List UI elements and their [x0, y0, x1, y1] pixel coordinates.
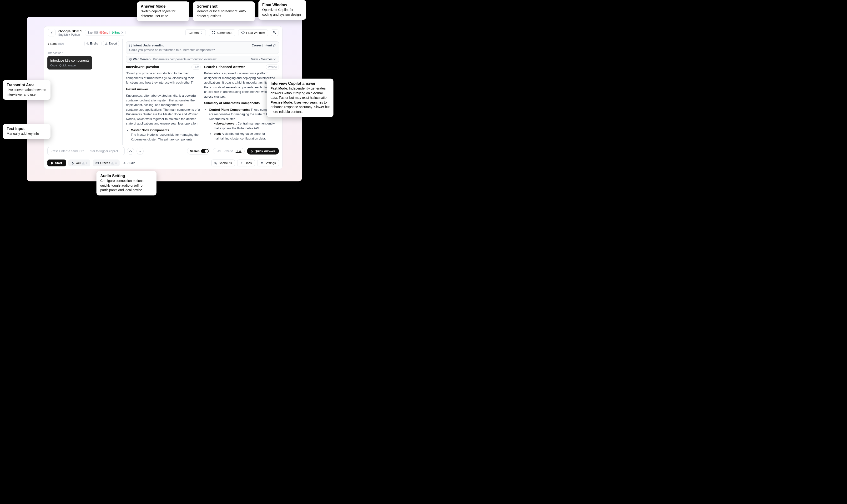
- sub2-label: etcd:: [214, 132, 221, 136]
- code-icon: [241, 31, 245, 34]
- language-label: English: [90, 42, 99, 45]
- sparkle-icon: [240, 162, 243, 164]
- general-label: General: [189, 31, 199, 35]
- sub1-label: kube-apiserver:: [214, 122, 237, 125]
- edit-icon: [273, 44, 276, 47]
- quote-icon: [129, 44, 132, 47]
- scroll-down-button[interactable]: [137, 148, 144, 155]
- latency-pill[interactable]: East US 999ms | 148ms: [85, 30, 125, 35]
- float-window-button[interactable]: Float Window: [238, 29, 268, 36]
- mic-icon: [71, 161, 74, 165]
- answers-area: Interviewer Question Fast "Could you pro…: [126, 65, 279, 143]
- apiserver-item: kube-apiserver: Central management entit…: [214, 121, 279, 130]
- instant-answer-body: Kubernetes, often abbreviated as k8s, is…: [126, 93, 201, 126]
- search-toggle-label: Search: [190, 149, 199, 153]
- command-icon: [214, 162, 217, 164]
- fast-badge: Fast: [192, 65, 201, 70]
- others-button[interactable]: Other's: [93, 160, 120, 166]
- status-dot-icon: [115, 162, 117, 164]
- page-subtitle: English + Python: [58, 33, 82, 36]
- callout-float-window: Float Window Optimized Copilot for codin…: [259, 0, 306, 20]
- others-label: Other's: [100, 161, 110, 165]
- body: 1 items (50) English Export Interviewer: [44, 39, 282, 145]
- language-button[interactable]: English: [84, 41, 102, 46]
- screenshot-button[interactable]: Screenshot: [209, 29, 235, 36]
- shortcuts-button[interactable]: Shortcuts: [211, 160, 235, 166]
- correct-intent-button[interactable]: Correct Intent: [252, 43, 276, 47]
- callout-title: Screenshot: [197, 4, 251, 8]
- message-text: Introduce k8s components: [50, 58, 89, 62]
- you-button[interactable]: You: [68, 160, 90, 166]
- fast-question: "Could you provide an introduction to th…: [126, 71, 201, 85]
- svg-rect-3: [214, 32, 215, 32]
- back-button[interactable]: [48, 29, 55, 36]
- items-count: 1 items: [48, 42, 57, 46]
- intent-box: Intent Understanding Correct Intent Coul…: [126, 41, 279, 54]
- quick-answer-action[interactable]: Quick answer: [59, 64, 77, 67]
- svg-rect-1: [212, 32, 212, 32]
- precise-title: Search Enhanced Answer: [204, 65, 245, 70]
- callout-title: Text Input: [7, 127, 47, 131]
- web-search-bar: Web Search Kubernetes components introdu…: [126, 56, 279, 62]
- audio-label: Audio: [127, 161, 135, 165]
- sliders-icon: [260, 162, 263, 164]
- export-button[interactable]: Export: [103, 41, 119, 46]
- callout-title: Answer Mode: [141, 4, 186, 8]
- gear-icon: [86, 42, 89, 45]
- export-icon: [105, 42, 108, 45]
- page-title: Google SDE 1: [58, 29, 82, 33]
- transcript-message[interactable]: Introduce k8s components Copy Quick answ…: [48, 56, 92, 70]
- sort-icon: [201, 32, 203, 34]
- callout-copilot-answer: Interview Copilot answer Fast Mode: Inde…: [267, 78, 333, 117]
- master-node-item: Master Node Components The Master Node i…: [131, 128, 201, 143]
- callout-text-input: Text Input Manually add key info: [3, 124, 51, 139]
- title-block: Google SDE 1 English + Python: [58, 29, 82, 36]
- input-row: Search Fast Precise Dual Quick Answer: [44, 145, 282, 157]
- svg-rect-5: [212, 33, 212, 34]
- correct-intent-label: Correct Intent: [252, 43, 272, 47]
- sub2-body: A distributed key-value store for mainta…: [214, 132, 266, 140]
- mode-dual[interactable]: Dual: [235, 149, 242, 153]
- docs-button[interactable]: Docs: [237, 160, 255, 166]
- screenshot-icon: [212, 31, 215, 34]
- chevron-right-icon: [122, 32, 123, 34]
- callout-body: Live conversation between interviewer an…: [7, 88, 47, 97]
- svg-rect-11: [72, 162, 73, 163]
- svg-rect-7: [214, 33, 215, 34]
- start-button[interactable]: Start: [48, 160, 66, 166]
- fast-answer-column: Interviewer Question Fast "Could you pro…: [126, 65, 201, 143]
- view-sources-button[interactable]: View 9 Sources: [251, 57, 276, 61]
- play-icon: [51, 162, 54, 164]
- svg-point-9: [87, 43, 88, 44]
- latency-slow: 999ms: [99, 31, 108, 34]
- callout-body: Configure connection options, quickly to…: [100, 179, 153, 193]
- callout-title: Float Window: [262, 3, 302, 7]
- scroll-up-button[interactable]: [127, 148, 134, 155]
- search-toggle[interactable]: Search: [187, 148, 210, 155]
- fast-mode-label: Fast Mode: [270, 86, 287, 90]
- mode-precise[interactable]: Precise: [224, 149, 233, 153]
- callout-body: Optimized Copilot for coding and system …: [262, 7, 302, 17]
- svg-point-13: [261, 162, 262, 162]
- general-button[interactable]: General: [185, 29, 206, 36]
- mode-fast[interactable]: Fast: [216, 149, 221, 153]
- callout-body: Switch copilot styles for different user…: [141, 9, 186, 18]
- callout-body: Fast Mode: Independently generates answe…: [270, 86, 330, 114]
- bullet1-label: Control Plane Components:: [209, 108, 250, 111]
- export-label: Export: [109, 42, 117, 45]
- settings-button[interactable]: Settings: [257, 160, 279, 166]
- you-label: You: [75, 161, 81, 165]
- copy-action[interactable]: Copy: [50, 64, 57, 67]
- chevron-left-icon: [51, 31, 53, 34]
- summary-title: Summary of Kubernetes Components: [204, 101, 260, 105]
- audio-settings[interactable]: Audio: [123, 161, 135, 165]
- app-window: Google SDE 1 English + Python East US 99…: [44, 26, 282, 169]
- quick-answer-button[interactable]: Quick Answer: [247, 148, 279, 155]
- callout-screenshot: Screenshot Remote or local screenshot, a…: [193, 1, 255, 21]
- message-input[interactable]: [48, 147, 125, 155]
- region-label: East US: [87, 31, 98, 34]
- items-muted: (50): [58, 42, 64, 46]
- latency-fast: 148ms: [111, 31, 120, 34]
- status-dot-icon: [86, 162, 87, 164]
- expand-button[interactable]: [271, 29, 279, 36]
